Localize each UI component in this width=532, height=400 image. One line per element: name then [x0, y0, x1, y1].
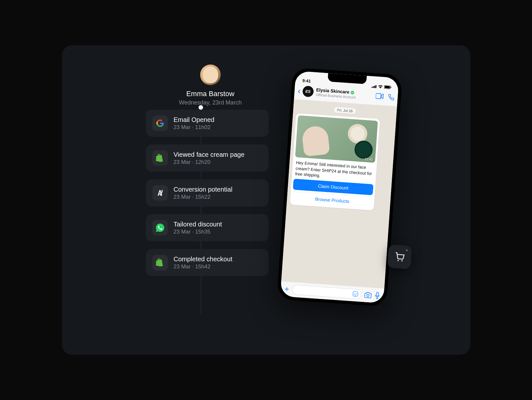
message-bubble[interactable]: 11:43 Hey Emma! Still interested in our … — [290, 113, 380, 210]
business-avatar[interactable]: ES — [302, 85, 313, 97]
battery-icon — [384, 85, 391, 89]
whatsapp-icon — [152, 220, 168, 235]
mic-icon[interactable] — [374, 292, 380, 299]
phone-mockup: 9:41 ‹ ES Elysia Skincare — [277, 67, 402, 307]
message-image[interactable]: 11:43 — [295, 115, 378, 163]
svg-point-7 — [351, 91, 354, 95]
cart-badge[interactable]: ✦ — [387, 245, 412, 269]
svg-rect-3 — [375, 85, 376, 88]
activity-timeline: Email Opened 23 Mar · 11h02 Viewed face … — [146, 110, 275, 284]
signal-icon — [371, 85, 377, 88]
timeline-item-title: Conversion potential — [174, 186, 232, 193]
timeline-item-meta: 23 Mar · 11h02 — [174, 124, 215, 131]
timeline-item-meta: 23 Mar · 15h42 — [174, 264, 232, 270]
timeline-item-meta: 23 Mar · 15h22 — [174, 194, 232, 200]
svg-point-11 — [356, 293, 356, 294]
anthropic-icon — [152, 185, 168, 201]
timeline-start-dot — [199, 105, 203, 110]
customer-name: Emma Barstow — [146, 90, 275, 98]
wifi-icon — [378, 85, 383, 89]
svg-point-15 — [401, 260, 403, 261]
timeline-item-title: Completed checkout — [174, 255, 232, 263]
back-icon[interactable]: ‹ — [297, 86, 301, 96]
cart-icon — [394, 251, 405, 262]
customer-profile: Emma Barstow Wednesday, 23rd March — [146, 65, 275, 106]
svg-rect-5 — [384, 85, 390, 88]
timeline-item-title: Tailored discount — [174, 221, 222, 228]
timeline-item-tailored-discount[interactable]: Tailored discount 23 Mar · 15h35 — [146, 214, 269, 241]
message-time: 11:43 — [364, 157, 373, 161]
timeline-item-title: Viewed face cream page — [174, 151, 245, 158]
timeline-item-email-opened[interactable]: Email Opened 23 Mar · 11h02 — [146, 110, 269, 137]
shopify-icon — [152, 150, 168, 166]
shopify-icon — [152, 255, 168, 270]
svg-rect-1 — [373, 86, 373, 88]
timeline-item-meta: 23 Mar · 12h20 — [174, 159, 245, 165]
sticker-icon[interactable] — [352, 291, 358, 297]
timeline-item-meta: 23 Mar · 15h35 — [174, 229, 222, 235]
chat-area: Fri, Jul 26 11:43 Hey Emma! Still intere… — [281, 99, 397, 288]
google-icon — [152, 115, 168, 131]
svg-rect-9 — [353, 291, 358, 296]
timeline-item-title: Email Opened — [174, 116, 215, 124]
message-input[interactable] — [292, 285, 362, 299]
chat-date-pill: Fri, Jul 26 — [333, 107, 356, 114]
svg-point-10 — [354, 293, 355, 294]
voice-call-icon[interactable] — [388, 94, 394, 101]
camera-icon[interactable] — [364, 291, 372, 298]
svg-rect-13 — [376, 292, 378, 296]
svg-rect-8 — [375, 93, 381, 99]
svg-point-12 — [366, 294, 369, 297]
status-time: 9:41 — [302, 78, 311, 84]
svg-rect-6 — [390, 87, 391, 88]
svg-rect-2 — [374, 85, 375, 88]
timeline-item-conversion-potential[interactable]: Conversion potential 23 Mar · 15h22 — [146, 179, 269, 206]
profile-date: Wednesday, 23rd March — [146, 99, 275, 106]
svg-point-14 — [397, 260, 399, 261]
attach-icon[interactable]: + — [284, 285, 289, 294]
timeline-item-viewed-page[interactable]: Viewed face cream page 23 Mar · 12h20 — [146, 145, 269, 172]
timeline-connector — [201, 106, 201, 313]
sparkle-icon: ✦ — [405, 248, 408, 253]
avatar — [200, 65, 221, 85]
verified-icon — [350, 91, 354, 95]
timeline-item-completed-checkout[interactable]: Completed checkout 23 Mar · 15h42 — [146, 249, 269, 276]
svg-rect-0 — [371, 87, 372, 88]
video-call-icon[interactable] — [375, 93, 384, 99]
